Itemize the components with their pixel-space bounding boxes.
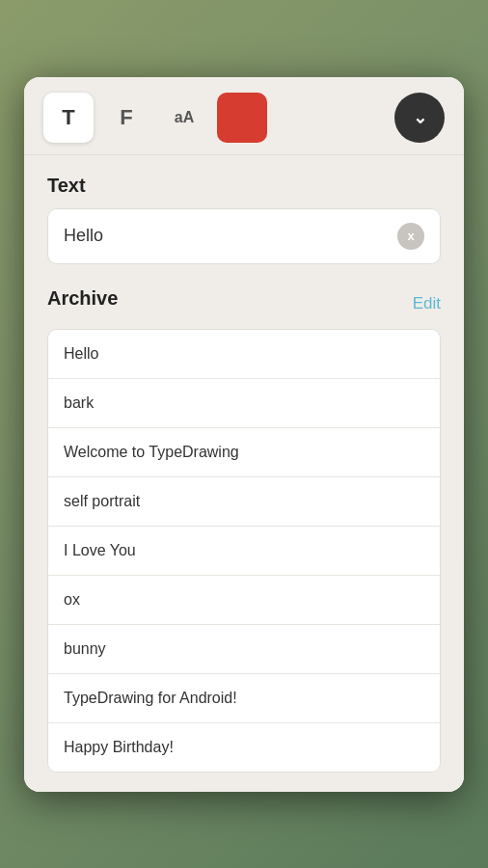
size-tool-button[interactable]: aA (159, 93, 209, 143)
text-input-wrapper: x (47, 208, 441, 264)
text-panel: T F aA ⌄ Text x Archive Edit HellobarkWe… (24, 77, 464, 792)
archive-item[interactable]: self portrait (48, 477, 440, 527)
archive-item[interactable]: Welcome to TypeDrawing (48, 428, 440, 477)
edit-button[interactable]: Edit (413, 294, 441, 313)
color-tool-button[interactable] (217, 93, 267, 143)
panel-content: Text x Archive Edit HellobarkWelcome to … (24, 155, 464, 792)
archive-item[interactable]: TypeDrawing for Android! (48, 674, 440, 723)
text-tool-label: T (62, 105, 74, 130)
size-tool-label: aA (175, 109, 194, 126)
clear-button[interactable]: x (397, 223, 424, 250)
text-section-label: Text (47, 175, 441, 197)
archive-item[interactable]: bunny (48, 625, 440, 674)
archive-item[interactable]: I Love You (48, 527, 440, 576)
archive-item[interactable]: Happy Birthday! (48, 723, 440, 772)
archive-section-label: Archive (47, 287, 118, 310)
archive-header: Archive Edit (47, 287, 441, 321)
toolbar: T F aA ⌄ (24, 77, 464, 155)
font-tool-label: F (120, 105, 132, 130)
collapse-button[interactable]: ⌄ (394, 93, 445, 143)
text-input[interactable] (64, 226, 397, 246)
clear-icon: x (407, 229, 414, 243)
chevron-down-icon: ⌄ (413, 107, 427, 128)
archive-item[interactable]: bark (48, 379, 440, 428)
archive-item[interactable]: ox (48, 576, 440, 625)
archive-item[interactable]: Hello (48, 330, 440, 379)
font-tool-button[interactable]: F (101, 93, 151, 143)
text-tool-button[interactable]: T (43, 93, 94, 143)
archive-list: HellobarkWelcome to TypeDrawingself port… (47, 329, 441, 773)
